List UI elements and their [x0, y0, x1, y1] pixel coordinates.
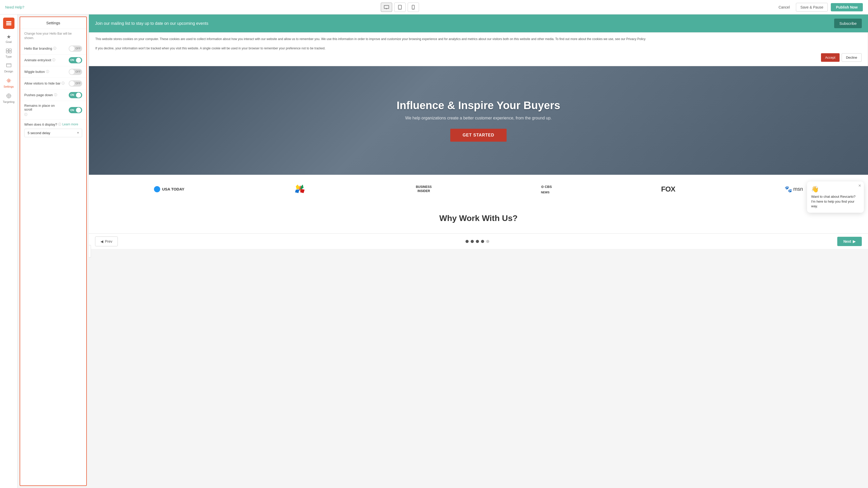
svg-rect-13	[9, 51, 11, 53]
svg-point-6	[413, 8, 413, 9]
dot-5[interactable]	[486, 240, 489, 243]
sidebar-item-design-label: Design	[4, 70, 13, 73]
svg-point-19	[8, 96, 9, 96]
mobile-device-btn[interactable]	[408, 3, 419, 12]
decline-button[interactable]: Decline	[842, 53, 862, 62]
next-arrow-icon: ▶	[853, 239, 856, 243]
cookie-notice: This website stores cookies on your comp…	[89, 32, 868, 66]
logo-business-insider: BUSINESSINSIDER	[416, 185, 432, 193]
when-display-section: When does it display? ⓘ Learn more Immed…	[20, 120, 86, 140]
usa-today-dot	[154, 186, 160, 192]
setting-label-branding: Hello Bar branding ⓘ	[24, 46, 56, 51]
top-bar-right: Cancel Save & Pause Publish Now	[776, 3, 863, 11]
hero-content: Influence & Inspire Your Buyers We help …	[386, 89, 570, 152]
toggle-knob-scroll	[76, 108, 81, 113]
left-sidebar: ★ Goal Type Design	[0, 15, 18, 488]
svg-rect-9	[6, 24, 11, 25]
design-icon	[6, 63, 11, 69]
setting-label-scroll: Remains in place on scroll ⓘ	[24, 104, 60, 117]
logo-nbc: NBC	[294, 183, 307, 195]
svg-point-4	[400, 8, 400, 9]
sidebar-item-goal-label: Goal	[6, 40, 11, 44]
chat-text: Want to chat about Revcarto? I'm here to…	[811, 194, 860, 209]
when-display-label: When does it display? ⓘ Learn more	[24, 122, 82, 127]
need-help-link[interactable]: Need Help?	[5, 5, 24, 9]
device-selector	[381, 3, 419, 12]
sidebar-item-type[interactable]: Type	[2, 47, 16, 60]
toggle-scroll[interactable]: ON	[69, 107, 82, 113]
hero-title: Influence & Inspire Your Buyers	[397, 99, 560, 112]
info-icon-pushes[interactable]: ⓘ	[54, 93, 57, 97]
cancel-button[interactable]: Cancel	[776, 3, 793, 11]
setting-row-allow-hide: Allow visitors to hide bar ⓘ OFF	[20, 78, 86, 89]
info-icon-when[interactable]: ⓘ	[58, 122, 61, 127]
main-layout: ★ Goal Type Design	[0, 15, 868, 488]
dot-4[interactable]	[481, 240, 484, 243]
sidebar-item-targeting[interactable]: Targeting	[2, 91, 16, 106]
settings-panel-title: Settings	[20, 17, 86, 29]
hello-bar-subscribe-button[interactable]: Subscribe	[834, 19, 862, 28]
settings-panel-description: Change how your Hello Bar will be shown.	[20, 29, 86, 43]
sidebar-logo[interactable]	[3, 18, 14, 29]
why-section: Why Work With Us?	[89, 203, 868, 233]
dot-2[interactable]	[471, 240, 474, 243]
pagination-dots	[466, 240, 489, 243]
info-icon-scroll[interactable]: ⓘ	[24, 112, 27, 117]
toggle-pushes[interactable]: ON	[69, 92, 82, 98]
svg-point-16	[8, 80, 9, 81]
toggle-branding[interactable]: OFF	[69, 46, 82, 52]
prev-button[interactable]: ◀ Prev	[95, 236, 118, 246]
sidebar-item-type-label: Type	[6, 55, 12, 58]
info-icon-allow-hide[interactable]: ⓘ	[61, 81, 65, 86]
hero-cta-button[interactable]: GET STARTED	[450, 129, 507, 142]
toggle-wiggle[interactable]: OFF	[69, 69, 82, 75]
setting-row-branding: Hello Bar branding ⓘ OFF	[20, 43, 86, 55]
info-icon-wiggle[interactable]: ⓘ	[46, 69, 49, 74]
settings-panel: Settings Change how your Hello Bar will …	[20, 17, 87, 486]
setting-label-wiggle: Wiggle button ⓘ	[24, 69, 49, 74]
cookie-text-2: If you decline, your information won't b…	[95, 46, 862, 51]
logos-section: USA TODAY NBC BUSINESSINSIDER	[89, 175, 868, 203]
learn-more-link[interactable]: Learn more	[62, 122, 78, 126]
publish-now-button[interactable]: Publish Now	[831, 3, 863, 11]
setting-row-pushes: Pushes page down ⓘ ON	[20, 89, 86, 101]
sidebar-item-settings[interactable]: Settings	[2, 76, 16, 90]
preview-content: Join our mailing list to stay up to date…	[89, 15, 868, 233]
cookie-text-1: This website stores cookies on your comp…	[95, 37, 862, 41]
prev-arrow-icon: ◀	[100, 239, 103, 243]
sidebar-item-targeting-label: Targeting	[3, 100, 14, 104]
accept-button[interactable]: Accept	[821, 53, 840, 62]
desktop-device-btn[interactable]	[381, 3, 392, 12]
dot-3[interactable]	[476, 240, 479, 243]
sidebar-item-settings-label: Settings	[4, 85, 14, 88]
next-button[interactable]: Next ▶	[837, 237, 862, 246]
info-icon-branding[interactable]: ⓘ	[53, 46, 56, 51]
logo-cbs-news: ⊙ CBS NEWS	[541, 184, 552, 195]
toggle-animate[interactable]: ON	[69, 57, 82, 63]
chat-close-button[interactable]: ✕	[858, 183, 861, 188]
sidebar-item-goal[interactable]: ★ Goal	[2, 32, 16, 46]
logo-usa-today: USA TODAY	[154, 186, 184, 192]
info-icon-animate[interactable]: ⓘ	[52, 58, 55, 62]
svg-marker-27	[295, 190, 300, 193]
collapse-panel-button[interactable]: ‹	[89, 245, 91, 257]
dot-1[interactable]	[466, 240, 469, 243]
svg-rect-14	[6, 64, 11, 67]
sidebar-item-design[interactable]: Design	[2, 61, 16, 75]
logo-msn: 🐾 msn	[784, 185, 803, 193]
hero-subtitle: We help organizations create a better cu…	[397, 116, 560, 120]
hello-bar-text: Join our mailing list to stay up to date…	[95, 21, 208, 26]
tablet-device-btn[interactable]	[394, 3, 406, 12]
setting-row-animate: Animate entry/exit ⓘ ON	[20, 55, 86, 66]
toggle-knob-pushes	[76, 92, 81, 98]
svg-rect-11	[9, 49, 11, 51]
svg-rect-7	[6, 21, 11, 22]
toggle-knob-wiggle	[69, 69, 74, 75]
save-pause-button[interactable]: Save & Pause	[796, 3, 828, 11]
usa-today-text: USA TODAY	[162, 187, 184, 191]
svg-rect-10	[6, 49, 8, 51]
setting-row-wiggle: Wiggle button ⓘ OFF	[20, 66, 86, 78]
preview-wrapper: ‹ Join our mailing list to stay up to da…	[89, 15, 868, 488]
delay-select[interactable]: Immediately 5 second delay 10 second del…	[24, 129, 82, 137]
toggle-allow-hide[interactable]: OFF	[69, 80, 82, 87]
